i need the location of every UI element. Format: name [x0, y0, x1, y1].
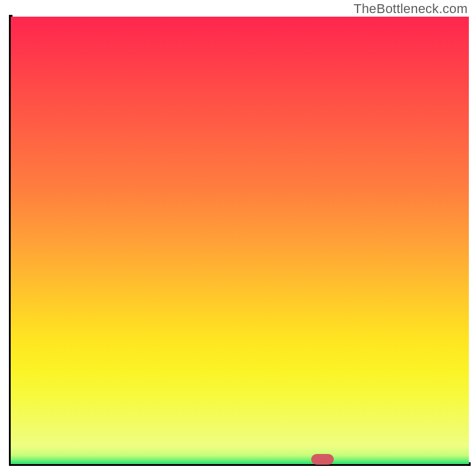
heat-gradient-background	[11, 17, 469, 464]
watermark-text: TheBottleneck.com	[353, 1, 468, 17]
optimal-point-marker	[311, 454, 334, 465]
chart-container: TheBottleneck.com	[0, 0, 476, 476]
